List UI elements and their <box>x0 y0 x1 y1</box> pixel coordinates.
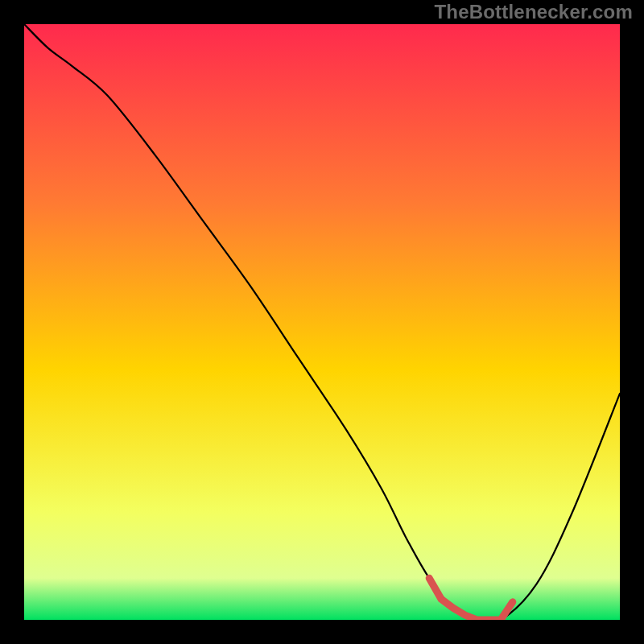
chart-container: TheBottlenecker.com <box>0 0 644 644</box>
watermark-text: TheBottlenecker.com <box>434 1 633 23</box>
chart-svg <box>24 24 620 620</box>
plot-area <box>24 24 620 620</box>
gradient-background <box>24 24 620 620</box>
